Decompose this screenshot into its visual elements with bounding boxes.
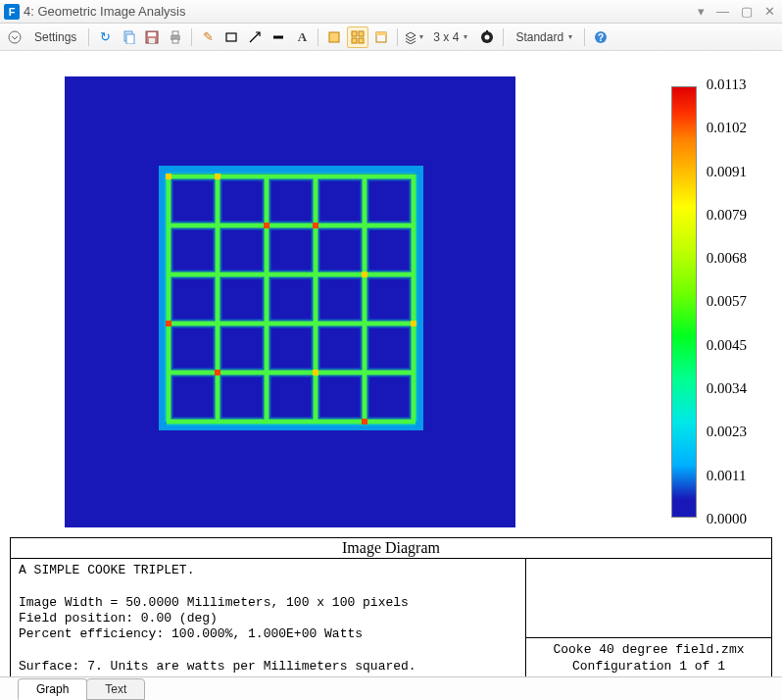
mode-label: Standard [515, 30, 563, 44]
toolbar-separator [397, 28, 398, 46]
svg-rect-56 [362, 272, 367, 277]
colorbar: 0.0113 0.0102 0.0091 0.0079 0.0068 0.005… [671, 76, 747, 527]
toolbar: Settings ↻ ✎ A ▾ 3 x 4 ▾ Stand [0, 24, 782, 51]
svg-rect-57 [313, 370, 318, 375]
arrow-tool-icon[interactable] [244, 26, 266, 48]
svg-rect-16 [359, 38, 364, 43]
maximize-button[interactable]: ▢ [738, 4, 756, 19]
app-icon: F [4, 4, 20, 20]
layers-icon[interactable]: ▾ [403, 26, 424, 48]
svg-rect-55 [215, 174, 220, 179]
colorbar-tick: 0.0079 [707, 207, 747, 224]
toolbar-separator [318, 28, 318, 46]
svg-rect-15 [352, 38, 357, 43]
colorbar-tick: 0.0057 [707, 293, 747, 310]
svg-rect-51 [264, 223, 269, 228]
refresh-icon[interactable]: ↻ [94, 26, 116, 48]
mode-dropdown[interactable]: Standard ▾ [509, 26, 579, 48]
settings-label: Settings [34, 30, 76, 44]
grid-size-dropdown[interactable]: 3 x 4 ▾ [426, 26, 474, 48]
colorbar-tick: 0.0011 [707, 468, 747, 484]
info-left-text: A SIMPLE COOKE TRIPLET. Image Width = 50… [11, 559, 526, 676]
info-right-blank [526, 559, 771, 638]
rect-tool-icon[interactable] [220, 26, 242, 48]
window-titlebar: F 4: Geometric Image Analysis ▾ — ▢ ✕ [0, 0, 782, 24]
svg-rect-12 [329, 32, 339, 42]
colorbar-tick: 0.0113 [707, 76, 747, 93]
content-area: 0.0113 0.0102 0.0091 0.0079 0.0068 0.005… [0, 51, 782, 676]
diagram-title: Image Diagram [11, 538, 771, 559]
window-docked-icon[interactable] [370, 26, 392, 48]
svg-point-20 [485, 34, 490, 39]
svg-rect-53 [362, 419, 367, 425]
bottom-tabs: Graph Text [0, 676, 782, 700]
toolbar-separator [503, 28, 504, 46]
toolbar-separator [191, 28, 192, 46]
window-title: 4: Geometric Image Analysis [24, 4, 185, 19]
window-grid-icon[interactable] [347, 26, 368, 48]
target-icon[interactable] [476, 26, 498, 48]
colorbar-tick: 0.0068 [707, 250, 747, 267]
colorbar-tick: 0.0034 [707, 380, 747, 397]
heatmap-image[interactable] [65, 76, 515, 527]
copy-icon[interactable] [118, 26, 139, 48]
svg-rect-7 [172, 31, 178, 35]
pencil-icon[interactable]: ✎ [197, 26, 219, 48]
info-panel: Image Diagram A SIMPLE COOKE TRIPLET. Im… [10, 537, 772, 676]
svg-rect-24 [65, 76, 515, 527]
grid-size-label: 3 x 4 [433, 30, 459, 44]
toolbar-separator [88, 28, 89, 46]
colorbar-tick: 0.0102 [707, 120, 747, 136]
text-tool-icon[interactable]: A [291, 26, 313, 48]
svg-rect-54 [215, 370, 220, 375]
svg-rect-50 [166, 321, 171, 326]
svg-rect-2 [126, 34, 134, 44]
help-icon[interactable]: ? [590, 26, 611, 48]
svg-rect-4 [148, 32, 156, 36]
window-controls: ▾ — ▢ ✕ [695, 4, 778, 19]
minimize-button[interactable]: — [713, 4, 732, 19]
expand-icon[interactable] [4, 26, 25, 48]
info-config: Configuration 1 of 1 [534, 659, 763, 675]
save-icon[interactable] [141, 26, 163, 48]
colorbar-gradient [671, 86, 697, 518]
settings-button[interactable]: Settings [27, 26, 83, 48]
svg-rect-59 [411, 321, 416, 326]
svg-rect-52 [313, 223, 318, 228]
colorbar-tick: 0.0000 [707, 511, 747, 527]
info-right: Cooke 40 degree field.zmx Configuration … [526, 559, 771, 676]
svg-rect-14 [359, 31, 364, 36]
line-weight-icon[interactable] [268, 26, 289, 48]
colorbar-tick: 0.0023 [707, 424, 747, 440]
tab-graph[interactable]: Graph [18, 678, 87, 700]
plot-area: 0.0113 0.0102 0.0091 0.0079 0.0068 0.005… [6, 57, 776, 531]
svg-line-10 [250, 32, 260, 42]
close-button[interactable]: ✕ [761, 4, 778, 19]
colorbar-labels: 0.0113 0.0102 0.0091 0.0079 0.0068 0.005… [707, 76, 747, 527]
svg-rect-13 [352, 31, 357, 36]
colorbar-tick: 0.0045 [707, 337, 747, 354]
svg-text:?: ? [598, 32, 604, 43]
svg-rect-58 [166, 174, 171, 179]
svg-rect-9 [226, 33, 236, 41]
svg-rect-5 [149, 38, 155, 43]
info-file-config: Cooke 40 degree field.zmx Configuration … [526, 638, 771, 676]
print-icon[interactable] [165, 26, 186, 48]
info-filename: Cooke 40 degree field.zmx [534, 642, 763, 658]
colorbar-tick: 0.0091 [707, 164, 747, 180]
tab-text[interactable]: Text [86, 678, 145, 700]
dock-caret-icon[interactable]: ▾ [695, 4, 708, 19]
toolbar-separator [584, 28, 585, 46]
window-single-icon[interactable] [323, 26, 345, 48]
svg-rect-18 [376, 32, 386, 35]
svg-point-0 [9, 31, 21, 43]
svg-rect-8 [172, 39, 178, 43]
